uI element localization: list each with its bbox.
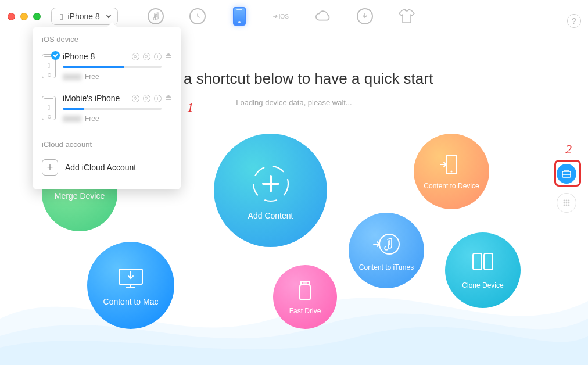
apple-icon: : [48, 62, 50, 70]
toolbar-icons: iOS: [147, 8, 415, 25]
window-traffic-lights: [8, 13, 41, 20]
toolbox-rail-button[interactable]: [557, 164, 576, 184]
content-to-device-icon: [439, 153, 464, 177]
svg-text:iOS: iOS: [279, 13, 289, 20]
content-to-itunes-bubble[interactable]: Content to iTunes: [349, 213, 424, 288]
fast-drive-icon: [296, 279, 314, 302]
device-info-icon[interactable]: i: [154, 53, 162, 60]
svg-point-17: [564, 205, 565, 206]
free-space-label: Free: [63, 114, 172, 123]
svg-rect-5: [300, 285, 310, 300]
svg-point-15: [566, 202, 568, 204]
history-tab-button[interactable]: [189, 8, 206, 25]
free-text: Free: [85, 73, 99, 81]
clone-device-bubble[interactable]: Clone Device: [445, 232, 521, 308]
bubble-label: Content to Device: [424, 182, 479, 190]
svg-point-3: [450, 170, 452, 172]
content-to-mac-icon: [114, 264, 147, 292]
device-actions: ✲ ⟳ i: [132, 95, 172, 102]
music-tab-button[interactable]: [147, 8, 164, 25]
device-settings-icon[interactable]: ✲: [132, 53, 139, 60]
grid-icon: [562, 199, 571, 207]
device-dropdown-panel: iOS device  iPhone 8 ✲ ⟳ i Free: [33, 27, 181, 189]
chevron-down-icon: [106, 13, 111, 17]
device-refresh-icon[interactable]: ⟳: [143, 53, 150, 60]
bubble-label: Merge Device: [55, 191, 105, 201]
eject-icon[interactable]: [165, 53, 172, 56]
help-button[interactable]: ?: [567, 14, 581, 28]
device-info-icon[interactable]: i: [154, 95, 162, 102]
download-tab-button[interactable]: [356, 8, 374, 25]
fast-drive-bubble[interactable]: Fast Drive: [273, 265, 337, 329]
device-actions: ✲ ⟳ i: [132, 53, 172, 60]
content-to-device-bubble[interactable]: Content to Device: [414, 134, 489, 209]
device-name-label: iMobie's iPhone: [63, 94, 132, 103]
download-icon: [357, 8, 373, 24]
selected-check-icon: [51, 51, 60, 60]
device-row[interactable]:  iMobie's iPhone ✲ ⟳ i Free: [33, 90, 181, 132]
bubble-label: Fast Drive: [289, 307, 321, 315]
device-name-label: iPhone 8: [63, 52, 132, 61]
svg-point-7: [379, 234, 399, 254]
device-thumb-icon: : [42, 96, 56, 120]
question-icon: ?: [572, 16, 576, 26]
minimize-window-button[interactable]: [20, 13, 28, 20]
svg-point-19: [568, 205, 570, 206]
free-space-label: Free: [63, 73, 172, 81]
storage-bar: [63, 66, 162, 68]
device-info: iPhone 8 ✲ ⟳ i Free: [63, 52, 172, 81]
to-ios-icon: iOS: [273, 9, 290, 23]
add-icloud-button[interactable]: + Add iCloud Account: [42, 155, 172, 180]
svg-point-18: [566, 205, 568, 206]
svg-point-13: [568, 200, 570, 202]
svg-point-14: [564, 202, 565, 204]
svg-rect-6: [303, 282, 307, 284]
add-content-bubble[interactable]: Add Content: [214, 134, 327, 247]
history-icon: [189, 8, 206, 24]
bubble-label: Content to iTunes: [359, 263, 414, 271]
tshirt-icon: [399, 9, 415, 24]
storage-bar: [63, 108, 162, 110]
maximize-window-button[interactable]: [33, 13, 41, 20]
cloud-tab-button[interactable]: [314, 8, 332, 25]
device-selector-label: iPhone 8: [67, 12, 99, 21]
clone-device-icon: [469, 251, 496, 277]
grid-rail-button[interactable]: [557, 193, 576, 213]
device-tab-button[interactable]: [231, 8, 248, 25]
svg-rect-8: [473, 253, 482, 270]
plus-icon: +: [42, 159, 58, 176]
svg-rect-9: [484, 253, 493, 270]
ios-device-section-title: iOS device: [33, 35, 181, 48]
to-ios-tab-button[interactable]: iOS: [273, 8, 290, 25]
add-content-icon: [248, 161, 293, 206]
eject-icon[interactable]: [165, 95, 172, 98]
bubble-label: Clone Device: [462, 281, 503, 289]
device-info: iMobie's iPhone ✲ ⟳ i Free: [63, 94, 172, 123]
blurred-value: [63, 74, 81, 80]
music-note-icon: [148, 8, 164, 24]
content-to-mac-bubble[interactable]: Content to Mac: [87, 242, 174, 329]
tutorial-number-2: 2: [565, 142, 572, 157]
add-icloud-label: Add iCloud Account: [65, 163, 136, 172]
close-window-button[interactable]: [8, 13, 15, 20]
skin-tab-button[interactable]: [398, 8, 415, 25]
cloud-icon: [314, 10, 332, 23]
bubble-label: Content to Mac: [103, 297, 159, 306]
blurred-value: [63, 116, 81, 122]
device-row[interactable]:  iPhone 8 ✲ ⟳ i Free: [33, 48, 181, 90]
top-bar:  iPhone 8 iOS: [0, 6, 588, 27]
svg-point-12: [566, 200, 568, 202]
briefcase-icon: [561, 169, 572, 178]
apple-icon: : [48, 103, 50, 112]
apple-icon: : [60, 12, 63, 22]
content-to-itunes-icon: [372, 230, 401, 259]
device-refresh-icon[interactable]: ⟳: [143, 95, 150, 102]
device-thumb-icon: : [42, 54, 56, 78]
phone-icon: [233, 7, 246, 26]
free-text: Free: [85, 114, 99, 123]
svg-point-11: [564, 200, 565, 202]
svg-point-16: [568, 202, 570, 204]
right-rail: [557, 164, 576, 213]
device-settings-icon[interactable]: ✲: [132, 95, 139, 102]
bubble-label: Add Content: [248, 211, 293, 220]
